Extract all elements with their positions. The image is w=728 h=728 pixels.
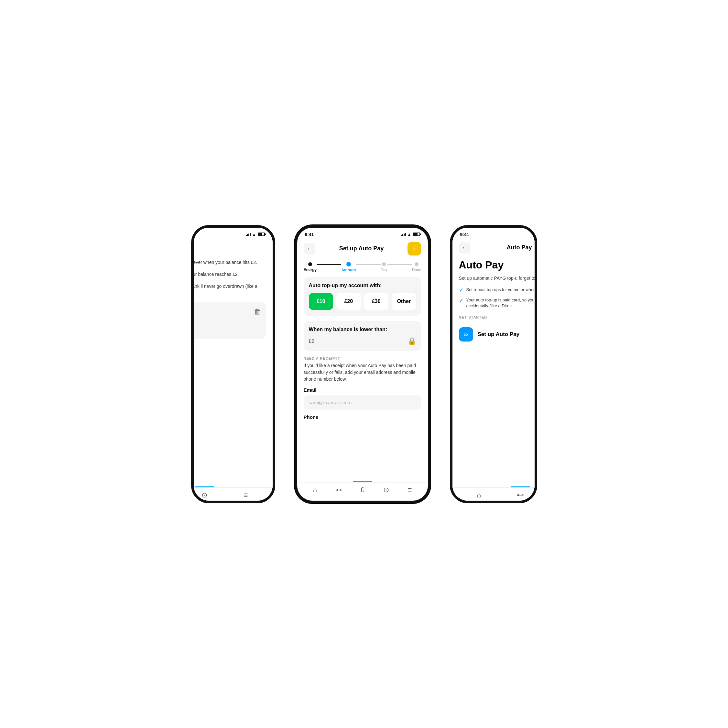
step-line-3 [387,264,412,265]
bottom-nav-left: £ ⊙ ≡ [191,487,273,503]
setup-btn-icon: ∞ [459,327,473,341]
nav-payment-center[interactable]: £ [361,486,364,494]
step-pay: Pay [381,262,387,272]
battery-icon-left [258,232,265,236]
divider-right [459,322,537,322]
check-text-2: Your auto top-up is paid card, so you'll… [466,297,537,309]
nav-item-help-left[interactable]: ⊙ [202,491,207,499]
amount-btn-other-label: Other [397,298,411,304]
stepper-center: Energy Amount Pay Done [297,258,428,274]
nodes-icon-center: ⊷ [336,486,342,494]
status-time-right: 9:41 [460,232,469,237]
nav-home-right[interactable]: ⌂ [477,491,481,499]
trash-icon[interactable]: 🗑 [254,307,261,316]
amount-btn-20-label: £20 [344,298,353,304]
step-line-1 [317,264,341,265]
left-header: Auto Pay [191,239,273,254]
left-content: c PAYG top-ups so you never when your ba… [191,254,273,349]
phone-center: 9:41 ▲ ← Set up Auto Pay ⚡ [295,225,430,503]
amount-btn-20[interactable]: £20 [336,293,361,310]
step-dot-pay [382,262,386,266]
header-title-right: Auto Pay [506,244,532,251]
status-bar-right: 9:41 ▲ [453,228,537,239]
step-line-2 [356,264,381,265]
help-icon-center: ⊙ [383,486,389,494]
step-label-pay: Pay [381,268,387,272]
back-arrow-center: ← [307,246,312,252]
email-placeholder: sam@example.com [309,400,352,405]
topup-card: Auto top-up my account with: £10 £20 £30… [304,277,421,316]
check-mark-1: ✓ [459,287,463,293]
phone-left: ▲ Auto Pay c PAYG top-ups so you never w… [191,225,275,503]
home-icon-center: ⌂ [313,486,317,494]
balance-value: £2 [309,338,315,344]
balance-row: £2 🔒 [309,337,416,346]
nav-item-menu-left[interactable]: ≡ [243,491,248,499]
receipt-label: NEED A RECEIPT? [304,356,421,360]
right-content: Auto Pay Set up automatic PAYG top-u for… [453,256,537,344]
lightning-icon-center: ⚡ [410,245,419,252]
credit-limit-value: £2.00 [191,327,261,333]
amount-btn-30-label: £30 [372,298,381,304]
menu-icon-left: ≡ [243,491,248,499]
status-icons-left: ▲ [246,232,265,237]
status-bar-left: ▲ [191,228,273,239]
step-dot-amount [346,262,351,266]
email-input[interactable]: sam@example.com [304,395,421,410]
nav-home-center[interactable]: ⌂ [313,486,317,494]
nav-nodes-center[interactable]: ⊷ [336,486,342,494]
menu-icon-center: ≡ [408,486,412,494]
check-item-2: ✓ Your auto top-up is paid card, so you'… [459,297,537,309]
status-time-center: 9:41 [305,232,314,237]
check-list: ✓ Set repeat top-ups for yo meter when y… [459,287,537,309]
step-label-done: Done [412,268,421,272]
wifi-icon-left: ▲ [252,232,256,237]
setup-btn[interactable]: ∞ Set up Auto Pay [459,327,537,341]
left-desc2: op-ups for your PAYG your balance reache… [191,271,266,278]
credit-limit-label: Credit limit [191,319,261,325]
auto-pay-title: Auto Pay [459,259,537,271]
payment-icon-center: £ [361,486,364,494]
nav-menu-center[interactable]: ≡ [408,486,412,494]
amount-btn-10[interactable]: £10 [309,293,333,310]
help-icon-left: ⊙ [202,491,207,499]
header-right: ← Auto Pay [453,239,537,256]
amount-buttons: £10 £20 £30 Other [309,293,416,310]
header-title-center: Set up Auto Pay [339,245,384,252]
phones-container: ▲ Auto Pay c PAYG top-ups so you never w… [191,225,537,503]
step-label-amount: Amount [341,268,356,272]
signal-icon-center [401,233,406,236]
back-button-center[interactable]: ← [304,243,315,254]
amount-btn-other[interactable]: Other [392,293,416,310]
left-desc1: c PAYG top-ups so you never when your ba… [191,259,266,266]
back-arrow-right: ← [462,245,467,251]
lock-icon: 🔒 [407,337,416,346]
receipt-text: If you'd like a receipt when your Auto P… [304,362,421,382]
step-amount: Amount [341,262,356,272]
check-item-1: ✓ Set repeat top-ups for yo meter when y… [459,287,537,293]
lightning-button-center[interactable]: ⚡ [407,242,421,255]
balance-card-title: When my balance is lower than: [309,327,416,332]
status-icons-center: ▲ [401,232,420,237]
nodes-icon-right: ⊷ [517,491,524,499]
get-started-label: GET STARTED [459,315,537,319]
topup-card-title: Auto top-up my account with: [309,283,416,289]
phone-label: Phone [304,414,421,420]
signal-icon-left [246,233,251,236]
step-dot-done [414,262,419,266]
check-text-1: Set repeat top-ups for yo meter when you… [466,287,537,293]
bottom-nav-center: ⌂ ⊷ £ ⊙ ≡ [297,482,428,501]
credit-limit-card: 🗑 Credit limit £2.00 [191,302,266,339]
nav-nodes-right[interactable]: ⊷ [517,491,524,499]
phone-right: 9:41 ▲ ← [450,225,537,503]
header-center: ← Set up Auto Pay ⚡ [297,239,428,258]
amount-btn-10-label: £10 [317,298,325,304]
receipt-section: NEED A RECEIPT? If you'd like a receipt … [304,356,421,420]
home-icon-right: ⌂ [477,491,481,499]
center-content: Auto top-up my account with: £10 £20 £30… [297,274,428,481]
amount-btn-30[interactable]: £30 [364,293,389,310]
back-button-right[interactable]: ← [459,242,471,254]
setup-btn-label: Set up Auto Pay [478,331,520,338]
left-desc3: op-up is paid with your bank ll never go… [191,283,266,297]
nav-help-center[interactable]: ⊙ [383,486,389,494]
